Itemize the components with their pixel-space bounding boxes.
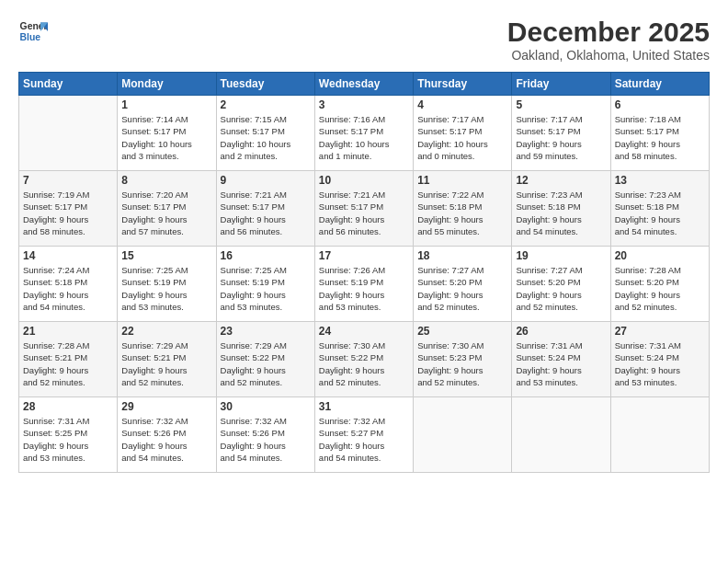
day-number: 14 — [23, 249, 113, 262]
svg-text:Blue: Blue — [20, 32, 41, 42]
day-number: 15 — [121, 249, 211, 262]
table-row: 3Sunrise: 7:16 AM Sunset: 5:17 PM Daylig… — [314, 96, 413, 171]
day-info: Sunrise: 7:21 AM Sunset: 5:17 PM Dayligh… — [221, 189, 311, 237]
day-info: Sunrise: 7:23 AM Sunset: 5:18 PM Dayligh… — [615, 189, 705, 237]
calendar-table: Sunday Monday Tuesday Wednesday Thursday… — [18, 72, 710, 473]
day-number: 31 — [319, 400, 409, 413]
day-info: Sunrise: 7:19 AM Sunset: 5:17 PM Dayligh… — [23, 189, 113, 237]
month-title: December 2025 — [507, 17, 710, 48]
day-number: 7 — [23, 174, 113, 187]
day-number: 17 — [319, 249, 409, 262]
table-row: 20Sunrise: 7:28 AM Sunset: 5:20 PM Dayli… — [610, 247, 709, 322]
day-info: Sunrise: 7:23 AM Sunset: 5:18 PM Dayligh… — [516, 189, 606, 237]
calendar-week-row: 14Sunrise: 7:24 AM Sunset: 5:18 PM Dayli… — [19, 247, 710, 322]
day-number: 1 — [121, 98, 211, 111]
day-number: 19 — [516, 249, 606, 262]
day-number: 20 — [615, 249, 705, 262]
day-info: Sunrise: 7:21 AM Sunset: 5:17 PM Dayligh… — [319, 189, 409, 237]
day-info: Sunrise: 7:28 AM Sunset: 5:21 PM Dayligh… — [23, 339, 113, 388]
table-row: 11Sunrise: 7:22 AM Sunset: 5:18 PM Dayli… — [414, 171, 512, 247]
table-row: 2Sunrise: 7:15 AM Sunset: 5:17 PM Daylig… — [216, 96, 314, 171]
table-row: 31Sunrise: 7:32 AM Sunset: 5:27 PM Dayli… — [314, 397, 413, 473]
day-info: Sunrise: 7:22 AM Sunset: 5:18 PM Dayligh… — [417, 189, 507, 237]
day-number: 24 — [319, 325, 409, 338]
day-info: Sunrise: 7:15 AM Sunset: 5:17 PM Dayligh… — [221, 113, 311, 162]
col-thursday: Thursday — [414, 73, 512, 96]
day-info: Sunrise: 7:31 AM Sunset: 5:24 PM Dayligh… — [615, 339, 705, 388]
table-row: 21Sunrise: 7:28 AM Sunset: 5:21 PM Dayli… — [19, 322, 118, 397]
calendar-week-row: 28Sunrise: 7:31 AM Sunset: 5:25 PM Dayli… — [19, 397, 710, 473]
day-info: Sunrise: 7:27 AM Sunset: 5:20 PM Dayligh… — [516, 264, 606, 313]
table-row: 14Sunrise: 7:24 AM Sunset: 5:18 PM Dayli… — [19, 247, 118, 322]
day-number: 6 — [615, 98, 705, 111]
day-number: 3 — [319, 98, 409, 111]
day-info: Sunrise: 7:30 AM Sunset: 5:23 PM Dayligh… — [417, 339, 507, 388]
day-info: Sunrise: 7:32 AM Sunset: 5:27 PM Dayligh… — [319, 415, 409, 464]
table-row: 13Sunrise: 7:23 AM Sunset: 5:18 PM Dayli… — [610, 171, 709, 247]
day-info: Sunrise: 7:32 AM Sunset: 5:26 PM Dayligh… — [221, 415, 311, 464]
page-header: General Blue December 2025 Oakland, Okla… — [18, 17, 710, 63]
col-wednesday: Wednesday — [314, 73, 413, 96]
calendar-week-row: 1Sunrise: 7:14 AM Sunset: 5:17 PM Daylig… — [19, 96, 710, 171]
day-number: 29 — [121, 400, 211, 413]
table-row: 17Sunrise: 7:26 AM Sunset: 5:19 PM Dayli… — [314, 247, 413, 322]
day-info: Sunrise: 7:26 AM Sunset: 5:19 PM Dayligh… — [319, 264, 409, 313]
day-info: Sunrise: 7:16 AM Sunset: 5:17 PM Dayligh… — [319, 113, 409, 162]
table-row — [414, 397, 512, 473]
table-row: 15Sunrise: 7:25 AM Sunset: 5:19 PM Dayli… — [118, 247, 216, 322]
table-row: 22Sunrise: 7:29 AM Sunset: 5:21 PM Dayli… — [118, 322, 216, 397]
table-row: 30Sunrise: 7:32 AM Sunset: 5:26 PM Dayli… — [216, 397, 314, 473]
table-row: 5Sunrise: 7:17 AM Sunset: 5:17 PM Daylig… — [512, 96, 610, 171]
day-info: Sunrise: 7:17 AM Sunset: 5:17 PM Dayligh… — [417, 113, 507, 162]
day-info: Sunrise: 7:31 AM Sunset: 5:24 PM Dayligh… — [516, 339, 606, 388]
table-row — [19, 96, 118, 171]
day-number: 21 — [23, 325, 113, 338]
day-number: 26 — [516, 325, 606, 338]
logo-icon: General Blue — [18, 17, 48, 46]
calendar-week-row: 7Sunrise: 7:19 AM Sunset: 5:17 PM Daylig… — [19, 171, 710, 247]
table-row: 7Sunrise: 7:19 AM Sunset: 5:17 PM Daylig… — [19, 171, 118, 247]
day-number: 16 — [221, 249, 311, 262]
col-sunday: Sunday — [19, 73, 118, 96]
table-row: 10Sunrise: 7:21 AM Sunset: 5:17 PM Dayli… — [314, 171, 413, 247]
day-info: Sunrise: 7:30 AM Sunset: 5:22 PM Dayligh… — [319, 339, 409, 388]
table-row: 12Sunrise: 7:23 AM Sunset: 5:18 PM Dayli… — [512, 171, 610, 247]
table-row: 16Sunrise: 7:25 AM Sunset: 5:19 PM Dayli… — [216, 247, 314, 322]
col-saturday: Saturday — [610, 73, 709, 96]
title-block: December 2025 Oakland, Oklahoma, United … — [507, 17, 710, 63]
table-row: 29Sunrise: 7:32 AM Sunset: 5:26 PM Dayli… — [118, 397, 216, 473]
logo: General Blue — [18, 17, 51, 46]
day-info: Sunrise: 7:28 AM Sunset: 5:20 PM Dayligh… — [615, 264, 705, 313]
day-info: Sunrise: 7:25 AM Sunset: 5:19 PM Dayligh… — [221, 264, 311, 313]
calendar-week-row: 21Sunrise: 7:28 AM Sunset: 5:21 PM Dayli… — [19, 322, 710, 397]
table-row — [512, 397, 610, 473]
day-number: 30 — [221, 400, 311, 413]
day-number: 27 — [615, 325, 705, 338]
day-info: Sunrise: 7:27 AM Sunset: 5:20 PM Dayligh… — [417, 264, 507, 313]
table-row: 23Sunrise: 7:29 AM Sunset: 5:22 PM Dayli… — [216, 322, 314, 397]
day-number: 11 — [417, 174, 507, 187]
day-info: Sunrise: 7:18 AM Sunset: 5:17 PM Dayligh… — [615, 113, 705, 162]
day-info: Sunrise: 7:24 AM Sunset: 5:18 PM Dayligh… — [23, 264, 113, 313]
table-row: 1Sunrise: 7:14 AM Sunset: 5:17 PM Daylig… — [118, 96, 216, 171]
day-number: 8 — [121, 174, 211, 187]
table-row — [610, 397, 709, 473]
location: Oakland, Oklahoma, United States — [507, 48, 710, 63]
day-number: 22 — [121, 325, 211, 338]
table-row: 24Sunrise: 7:30 AM Sunset: 5:22 PM Dayli… — [314, 322, 413, 397]
table-row: 18Sunrise: 7:27 AM Sunset: 5:20 PM Dayli… — [414, 247, 512, 322]
day-number: 9 — [221, 174, 311, 187]
day-info: Sunrise: 7:14 AM Sunset: 5:17 PM Dayligh… — [121, 113, 211, 162]
col-monday: Monday — [118, 73, 216, 96]
table-row: 26Sunrise: 7:31 AM Sunset: 5:24 PM Dayli… — [512, 322, 610, 397]
table-row: 4Sunrise: 7:17 AM Sunset: 5:17 PM Daylig… — [414, 96, 512, 171]
day-number: 13 — [615, 174, 705, 187]
day-number: 18 — [417, 249, 507, 262]
table-row: 19Sunrise: 7:27 AM Sunset: 5:20 PM Dayli… — [512, 247, 610, 322]
day-info: Sunrise: 7:29 AM Sunset: 5:22 PM Dayligh… — [221, 339, 311, 388]
col-friday: Friday — [512, 73, 610, 96]
table-row: 25Sunrise: 7:30 AM Sunset: 5:23 PM Dayli… — [414, 322, 512, 397]
day-info: Sunrise: 7:17 AM Sunset: 5:17 PM Dayligh… — [516, 113, 606, 162]
day-info: Sunrise: 7:32 AM Sunset: 5:26 PM Dayligh… — [121, 415, 211, 464]
day-number: 12 — [516, 174, 606, 187]
